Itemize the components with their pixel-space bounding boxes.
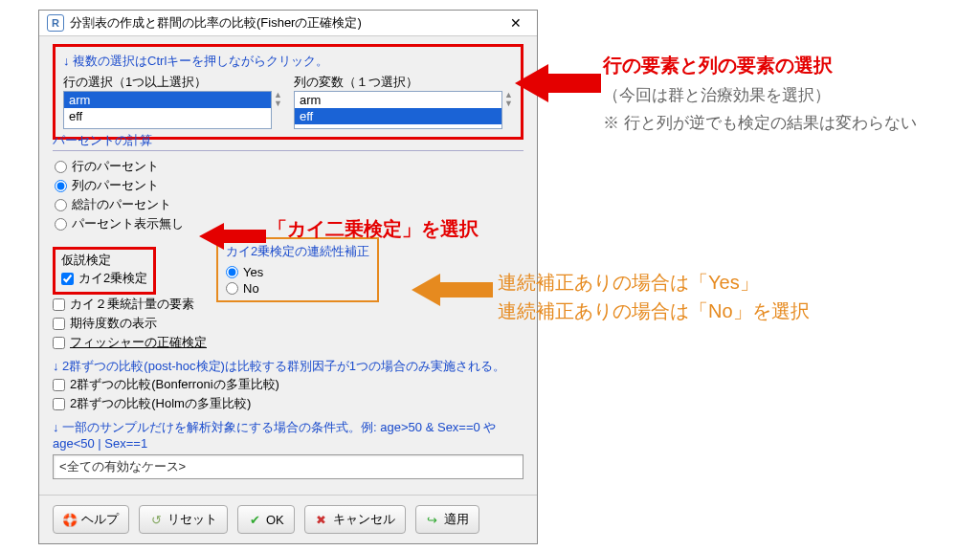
cancel-icon: ✖ [315, 513, 328, 526]
chi2comp-checkbox[interactable]: カイ２乗統計量の要素 [53, 295, 207, 314]
svg-marker-1 [199, 223, 266, 250]
apply-icon: ↪ [426, 513, 439, 526]
posthoc-holm-checkbox[interactable]: 2群ずつの比較(Holmの多重比較) [53, 394, 523, 413]
reset-icon: ↺ [149, 513, 163, 526]
svg-marker-2 [412, 274, 493, 306]
chi2-checkbox[interactable]: カイ2乗検定 [61, 269, 147, 288]
dialog-title: 分割表の作成と群間の比率の比較(Fisherの正確検定) [70, 14, 502, 32]
percent-section-head: パーセントの計算 [53, 132, 523, 151]
app-icon: R [47, 14, 64, 32]
red-arrow-icon [199, 220, 266, 253]
list-item[interactable]: arm [295, 92, 501, 108]
list-item[interactable]: eff [295, 108, 501, 124]
annotation-chi2: 「カイ二乗検定」を選択 [268, 216, 479, 242]
list-item[interactable]: arm [64, 92, 271, 108]
ok-button[interactable]: ✔OK [237, 505, 295, 534]
orange-arrow-icon [412, 270, 493, 310]
ok-icon: ✔ [248, 513, 261, 526]
percent-option[interactable]: 行のパーセント [55, 157, 522, 176]
col-select-label: 列の変数（１つ選択） [294, 74, 513, 91]
subset-input[interactable]: <全ての有効なケース> [53, 454, 523, 479]
hypo-section-head: 仮説検定 [61, 252, 147, 269]
list-item[interactable]: eff [64, 108, 271, 124]
scroll-down-icon[interactable]: ▼ [274, 99, 282, 108]
button-row: 🛟ヘルプ ↺リセット ✔OK ✖キャンセル ↪適用 [39, 495, 537, 543]
help-icon: 🛟 [63, 513, 77, 526]
expected-checkbox[interactable]: 期待度数の表示 [53, 314, 207, 333]
percent-option[interactable]: 総計のパーセント [55, 195, 522, 214]
posthoc-note: ↓ 2群ずつの比較(post-hoc検定)は比較する群別因子が1つの場合のみ実施… [53, 358, 523, 375]
help-button[interactable]: 🛟ヘルプ [53, 505, 129, 534]
cancel-button[interactable]: ✖キャンセル [304, 505, 406, 534]
fisher-checkbox[interactable]: フィッシャーの正確検定 [53, 333, 207, 352]
scroll-down-icon[interactable]: ▼ [504, 99, 513, 108]
titlebar: R 分割表の作成と群間の比率の比較(Fisherの正確検定) ✕ [39, 11, 537, 36]
cc-yes-radio[interactable]: Yes [226, 264, 369, 280]
red-arrow-icon [515, 59, 601, 107]
hypothesis-highlight-box: 仮説検定 カイ2乗検定 [53, 247, 156, 295]
percent-option[interactable]: 列のパーセント [55, 176, 522, 195]
close-button[interactable]: ✕ [502, 15, 529, 31]
annotation-selection: 行の要素と列の要素の選択 （今回は群と治療効果を選択） ※ 行と列が逆でも検定の… [603, 53, 917, 134]
svg-marker-0 [515, 64, 601, 102]
reset-button[interactable]: ↺リセット [139, 505, 228, 534]
row-select-label: 行の選択（1つ以上選択） [63, 74, 282, 91]
apply-button[interactable]: ↪適用 [415, 505, 479, 534]
row-select-listbox[interactable]: arm eff [63, 91, 272, 129]
selection-highlight-box: ↓ 複数の選択はCtrlキーを押しながらクリック。 行の選択（1つ以上選択） a… [53, 44, 523, 140]
col-select-listbox[interactable]: arm eff [294, 91, 502, 129]
posthoc-bonferroni-checkbox[interactable]: 2群ずつの比較(Bonferroniの多重比較) [53, 375, 523, 394]
multiselect-hint: ↓ 複数の選択はCtrlキーを押しながらクリック。 [63, 53, 513, 70]
cc-no-radio[interactable]: No [226, 280, 369, 297]
subset-note: ↓ 一部のサンプルだけを解析対象にする場合の条件式。例: age>50 & Se… [53, 419, 523, 451]
annotation-continuity: 連続補正ありの場合は「Yes」 連続補正ありの場合は「No」を選択 [498, 268, 810, 325]
